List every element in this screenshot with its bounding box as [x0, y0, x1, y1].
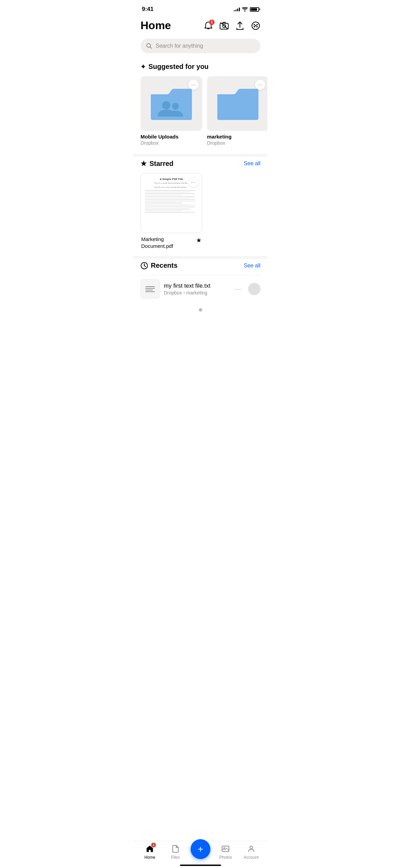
recent-file-thumb [141, 279, 160, 299]
shared-folder-icon [151, 87, 192, 120]
palette-button[interactable] [251, 21, 260, 31]
card-more-button-2[interactable]: ··· [255, 80, 265, 90]
signal-bar-2 [235, 10, 236, 11]
svg-line-16 [144, 266, 146, 267]
status-bar: 9:41 [134, 0, 267, 16]
recents-section-header: Recents See all [134, 259, 267, 275]
notifications-button[interactable]: 1 [204, 21, 213, 31]
svg-point-9 [255, 25, 256, 26]
pdf-line-14 [145, 210, 182, 211]
signal-bar-4 [239, 8, 240, 11]
suggested-card-name-1: Mobile Uploads [141, 134, 202, 140]
suggested-title: ✦ Suggested for you [141, 63, 209, 71]
page-title: Home [141, 19, 171, 32]
recent-filename: my first text file.txt [164, 282, 228, 289]
separator-2 [134, 256, 267, 259]
svg-point-6 [256, 24, 258, 25]
pdf-line-11 [145, 206, 195, 206]
starred-scroll: ··· A Simple PDF File This is a small de… [134, 173, 267, 256]
suggested-card-thumb-2: ··· [207, 76, 267, 131]
starred-card-more-button[interactable]: ··· [188, 177, 198, 187]
file-line-1 [145, 286, 155, 287]
scroll-hint-dot [199, 308, 202, 312]
status-time: 9:41 [142, 6, 154, 13]
scroll-hint [134, 303, 267, 349]
recent-item-txt[interactable]: my first text file.txt Dropbox › marketi… [141, 275, 260, 303]
pdf-line-6 [145, 198, 190, 199]
pdf-line-3 [145, 193, 195, 194]
card-more-button-1[interactable]: ··· [189, 80, 199, 90]
pdf-line-10 [145, 204, 190, 205]
suggested-card-mobile-uploads[interactable]: ··· Mobile Uploads Dropbox [141, 76, 202, 146]
pdf-line-8 [145, 201, 195, 202]
pdf-line-5 [145, 196, 195, 197]
starred-title: ★ Starred [141, 159, 173, 168]
recent-path: Dropbox › marketing [164, 290, 228, 296]
svg-point-0 [244, 11, 245, 12]
separator-1 [134, 154, 267, 157]
suggested-section-header: ✦ Suggested for you [134, 60, 267, 76]
suggested-card-marketing[interactable]: ··· marketing Dropbox [207, 76, 267, 146]
header-actions: 1 [204, 21, 260, 31]
pdf-line-4 [145, 195, 182, 196]
starred-card-footer: MarketingDocument.pdf ★ [141, 236, 202, 249]
starred-card-filename: MarketingDocument.pdf [141, 236, 173, 249]
suggested-card-thumb-1: ··· [141, 76, 202, 131]
svg-point-7 [254, 26, 255, 27]
status-icons [234, 7, 259, 12]
svg-point-13 [172, 103, 179, 110]
svg-point-5 [254, 24, 255, 25]
file-line-2 [145, 288, 155, 289]
pdf-line-9 [145, 203, 182, 203]
suggested-card-name-2: marketing [207, 134, 267, 140]
starred-see-all-button[interactable]: See all [244, 160, 260, 167]
signal-bars-icon [234, 7, 240, 11]
pdf-line-7 [145, 200, 195, 200]
clock-icon [141, 262, 148, 269]
recent-info: my first text file.txt Dropbox › marketi… [164, 282, 228, 296]
upload-button[interactable] [235, 21, 245, 31]
starred-card-marketing-pdf[interactable]: ··· A Simple PDF File This is a small de… [141, 173, 202, 249]
search-container: Search for anything [134, 36, 267, 60]
starred-card-thumb: ··· A Simple PDF File This is a small de… [141, 173, 202, 233]
pdf-subtitle-2: just for use in the Virtual Mechanics... [145, 186, 198, 188]
svg-point-8 [256, 26, 258, 27]
pdf-line-1 [145, 190, 195, 191]
search-placeholder: Search for anything [156, 43, 203, 49]
file-line-3 [145, 290, 153, 290]
wifi-icon [242, 7, 248, 12]
search-icon [146, 43, 152, 49]
recents-title: Recents [141, 262, 178, 269]
svg-line-11 [150, 47, 152, 49]
suggested-scroll: ··· Mobile Uploads Dropbox ··· marketing [134, 76, 267, 154]
recents-see-all-button[interactable]: See all [244, 263, 260, 269]
search-bar[interactable]: Search for anything [141, 39, 260, 53]
suggested-card-source-1: Dropbox [141, 140, 202, 146]
recent-avatar [248, 283, 260, 295]
header: Home 1 [134, 16, 267, 36]
file-line-4 [145, 291, 155, 292]
starred-section-header: ★ Starred See all [134, 157, 267, 173]
svg-point-12 [162, 101, 170, 109]
suggested-card-source-2: Dropbox [207, 140, 267, 146]
camera-off-button[interactable] [219, 21, 229, 31]
pdf-line-15 [145, 212, 195, 213]
notification-badge: 1 [209, 20, 215, 25]
signal-bar-1 [234, 10, 235, 11]
starred-star-icon[interactable]: ★ [196, 237, 202, 244]
star-section-icon: ★ [141, 159, 147, 168]
battery-icon [250, 7, 259, 12]
recents-list: my first text file.txt Dropbox › marketi… [134, 275, 267, 303]
text-file-icon [143, 284, 157, 295]
recent-more-button[interactable]: ··· [232, 284, 244, 294]
folder-icon [217, 87, 258, 120]
pdf-line-13 [145, 209, 190, 209]
pdf-line-12 [145, 207, 195, 208]
signal-bar-3 [237, 9, 238, 11]
sparkle-icon: ✦ [141, 63, 146, 71]
pdf-line-2 [145, 192, 190, 193]
